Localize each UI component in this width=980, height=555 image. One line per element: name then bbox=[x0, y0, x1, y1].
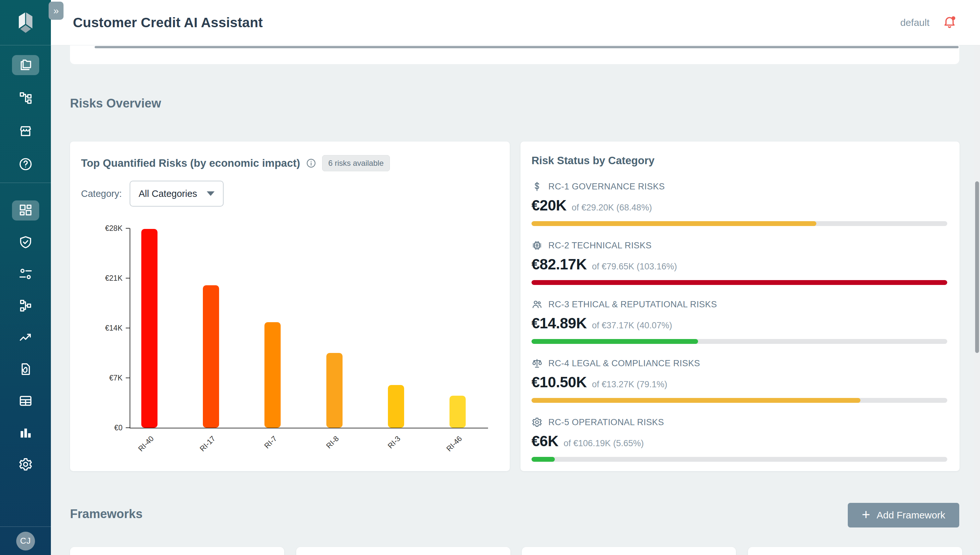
sidebar-item-folders[interactable] bbox=[12, 55, 39, 75]
sidebar-item-shield-check[interactable] bbox=[12, 232, 39, 252]
sidebar-item-trending-up[interactable] bbox=[12, 327, 39, 347]
risk-category-value: €14.89K bbox=[531, 314, 587, 332]
framework-card[interactable] bbox=[70, 547, 284, 555]
framework-card[interactable] bbox=[522, 547, 736, 555]
sidebar-item-sliders[interactable] bbox=[12, 264, 39, 284]
chart-bar-RI-7 bbox=[264, 322, 281, 428]
sidebar-expand-button[interactable]: » bbox=[48, 2, 64, 20]
sidebar-item-document-attachment[interactable] bbox=[12, 359, 39, 379]
environment-selector[interactable]: default bbox=[900, 17, 929, 28]
top-quantified-risks-card: Top Quantified Risks (by economic impact… bbox=[70, 141, 510, 471]
risk-progress-track bbox=[531, 398, 947, 403]
gear-icon bbox=[18, 457, 33, 472]
horizontal-scrollbar[interactable] bbox=[95, 46, 959, 48]
y-tick-label: €28K bbox=[84, 224, 122, 233]
x-tick-label: RI-3 bbox=[373, 434, 402, 464]
risk-category-row: RC-5 OPERATIONAL RISKS €6K of €106.19K (… bbox=[531, 417, 947, 462]
framework-card[interactable] bbox=[296, 547, 510, 555]
frameworks-heading: Frameworks bbox=[70, 507, 143, 521]
plus-icon: + bbox=[862, 507, 870, 522]
help-icon bbox=[18, 157, 33, 172]
risks-overview-heading: Risks Overview bbox=[70, 96, 161, 111]
risk-category-row: RC-4 LEGAL & COMPLIANCE RISKS €10.50K of… bbox=[531, 358, 947, 403]
chart-bar-RI-3 bbox=[388, 385, 404, 428]
y-tick-label: €21K bbox=[84, 274, 122, 283]
risk-progress-track bbox=[531, 221, 947, 226]
sidebar-group-2 bbox=[0, 183, 51, 481]
sidebar-item-bar-chart[interactable] bbox=[12, 423, 39, 443]
sidebar-group-1 bbox=[0, 45, 51, 183]
bar-chart: €0€7K€14K€21K€28KRI-40RI-17RI-7RI-8RI-3R… bbox=[70, 141, 510, 471]
y-axis bbox=[130, 228, 130, 428]
risk-progress-fill bbox=[531, 339, 698, 344]
sidebar-item-help[interactable] bbox=[12, 154, 39, 174]
sidebar: CJ bbox=[0, 0, 51, 555]
risk-progress-fill bbox=[531, 280, 947, 285]
add-framework-button[interactable]: + Add Framework bbox=[848, 503, 959, 528]
risk-category-value: €10.50K bbox=[531, 373, 587, 391]
sidebar-item-table[interactable] bbox=[12, 391, 39, 411]
risk-progress-fill bbox=[531, 221, 816, 226]
risk-progress-track bbox=[531, 280, 947, 285]
notification-bell-icon[interactable] bbox=[942, 15, 957, 30]
y-tick-label: €14K bbox=[84, 324, 122, 332]
chart-bar-RI-17 bbox=[203, 285, 219, 428]
y-tick-label: €0 bbox=[84, 423, 122, 432]
sidebar-item-workflow[interactable] bbox=[12, 88, 39, 108]
document-attachment-icon bbox=[18, 362, 33, 377]
risk-category-list: RC-1 GOVERNANCE RISKS €20K of €29.20K (6… bbox=[531, 181, 947, 462]
y-tick bbox=[126, 377, 130, 378]
x-tick-label: RI-7 bbox=[250, 434, 279, 464]
risk-category-label: RC-2 TECHNICAL RISKS bbox=[548, 241, 652, 250]
add-framework-label: Add Framework bbox=[877, 510, 945, 521]
sidebar-item-storefront[interactable] bbox=[12, 121, 39, 141]
dashboard-icon bbox=[18, 203, 33, 218]
risk-category-detail: of €29.20K (68.48%) bbox=[572, 203, 652, 213]
sidebar-item-dashboard[interactable] bbox=[12, 201, 39, 220]
risk-progress-fill bbox=[531, 398, 861, 403]
x-tick-label: RI-17 bbox=[188, 434, 217, 464]
cube-logo-icon bbox=[15, 10, 36, 35]
sidebar-item-gear[interactable] bbox=[12, 454, 39, 474]
x-axis bbox=[130, 428, 488, 428]
avatar-box: CJ bbox=[0, 526, 51, 555]
risk-category-detail: of €79.65K (103.16%) bbox=[592, 261, 677, 272]
sliders-icon bbox=[18, 266, 33, 281]
risk-category-value: €6K bbox=[531, 432, 558, 450]
risk-progress-track bbox=[531, 457, 947, 462]
risk-category-detail: of €37.17K (40.07%) bbox=[592, 321, 672, 330]
chevrons-right-icon: » bbox=[53, 5, 59, 16]
page-scrollbar-thumb[interactable] bbox=[975, 181, 979, 353]
risk-category-label: RC-4 LEGAL & COMPLIANCE RISKS bbox=[548, 358, 700, 369]
gear-small-icon bbox=[531, 417, 542, 428]
risk-category-row: RC-3 ETHICAL & REPUTATIONAL RISKS €14.89… bbox=[531, 299, 947, 344]
framework-card[interactable] bbox=[748, 547, 962, 555]
page-title: Customer Credit AI Assistant bbox=[73, 15, 263, 30]
people-icon bbox=[531, 299, 542, 310]
chart-bar-RI-46 bbox=[449, 396, 466, 428]
table-icon bbox=[18, 393, 33, 408]
shield-check-icon bbox=[18, 235, 33, 250]
risk-status-card: Risk Status by Category RC-1 GOVERNANCE … bbox=[520, 141, 959, 471]
x-tick-label: RI-8 bbox=[311, 434, 341, 464]
chart-bar-RI-40 bbox=[141, 229, 158, 428]
main-content: Risks Overview Top Quantified Risks (by … bbox=[51, 45, 980, 555]
chart-bar-RI-8 bbox=[326, 353, 343, 428]
risk-status-title: Risk Status by Category bbox=[531, 154, 947, 167]
trending-up-icon bbox=[18, 330, 33, 345]
user-avatar[interactable]: CJ bbox=[16, 532, 35, 550]
risk-category-row: RC-1 GOVERNANCE RISKS €20K of €29.20K (6… bbox=[531, 181, 947, 226]
x-tick-label: RI-46 bbox=[434, 434, 464, 464]
risk-category-label: RC-5 OPERATIONAL RISKS bbox=[548, 417, 664, 427]
risk-progress-fill bbox=[531, 457, 555, 462]
risk-category-value: €20K bbox=[531, 197, 566, 214]
x-tick-label: RI-40 bbox=[126, 434, 156, 464]
risk-category-label: RC-3 ETHICAL & REPUTATIONAL RISKS bbox=[548, 300, 717, 310]
app-logo[interactable] bbox=[0, 0, 51, 45]
page-scrollbar-track bbox=[974, 45, 980, 555]
y-tick bbox=[126, 228, 130, 229]
sidebar-item-hierarchy[interactable] bbox=[12, 296, 39, 316]
y-tick bbox=[126, 427, 130, 428]
risk-category-detail: of €13.27K (79.1%) bbox=[592, 380, 667, 390]
scales-icon bbox=[531, 358, 542, 369]
